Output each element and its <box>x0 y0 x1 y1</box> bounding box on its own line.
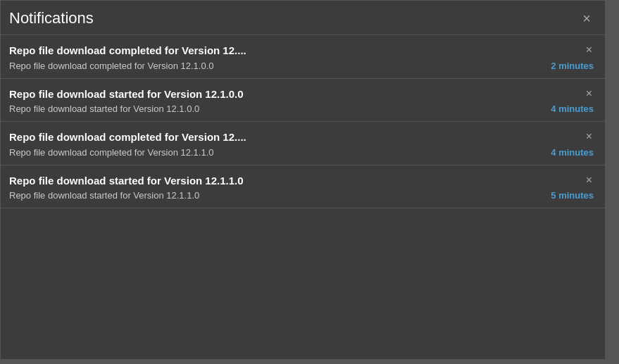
notification-close-button[interactable]: × <box>584 44 594 56</box>
panel-header: Notifications × <box>1 1 605 35</box>
notification-body: Repo file download completed for Version… <box>9 61 545 71</box>
notification-body-row: Repo file download completed for Version… <box>9 61 594 71</box>
notification-title-row: Repo file download completed for Version… <box>9 130 594 144</box>
notification-body-row: Repo file download started for Version 1… <box>9 190 594 201</box>
notification-item: Repo file download completed for Version… <box>1 122 605 165</box>
notification-body: Repo file download completed for Version… <box>9 147 545 158</box>
notification-close-button[interactable]: × <box>584 131 594 142</box>
notification-title-row: Repo file download started for Version 1… <box>9 87 594 101</box>
notification-body-row: Repo file download started for Version 1… <box>9 103 594 114</box>
notification-body: Repo file download started for Version 1… <box>9 103 545 114</box>
notification-title: Repo file download completed for Version… <box>9 130 584 144</box>
notification-time: 2 minutes <box>551 61 594 71</box>
notification-close-button[interactable]: × <box>584 175 594 186</box>
notification-item: Repo file download started for Version 1… <box>1 79 605 123</box>
notifications-list: Repo file download completed for Version… <box>1 35 605 359</box>
panel-title: Notifications <box>9 9 94 27</box>
notifications-panel: Notifications × Repo file download compl… <box>0 0 606 360</box>
notification-title-row: Repo file download completed for Version… <box>9 44 594 58</box>
notification-close-button[interactable]: × <box>584 88 594 99</box>
notification-item: Repo file download completed for Version… <box>1 35 605 79</box>
notification-title: Repo file download started for Version 1… <box>9 174 584 188</box>
notification-time: 5 minutes <box>551 190 594 201</box>
panel-close-button[interactable]: × <box>580 10 594 27</box>
notification-time: 4 minutes <box>551 103 594 114</box>
notification-body-row: Repo file download completed for Version… <box>9 147 594 158</box>
notification-title: Repo file download completed for Version… <box>9 44 584 58</box>
notification-item: Repo file download started for Version 1… <box>1 165 605 209</box>
notification-title: Repo file download started for Version 1… <box>9 87 584 101</box>
notification-time: 4 minutes <box>551 147 594 158</box>
notification-title-row: Repo file download started for Version 1… <box>9 174 594 188</box>
notification-body: Repo file download started for Version 1… <box>9 190 545 201</box>
